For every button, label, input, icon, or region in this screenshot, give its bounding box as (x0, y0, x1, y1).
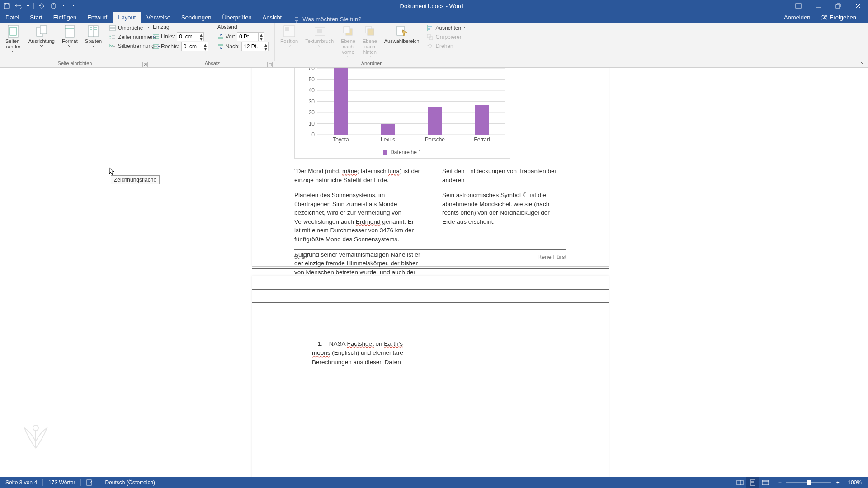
selection-pane-button[interactable]: Auswahlbereich (382, 24, 422, 45)
bulb-icon (293, 16, 300, 23)
text-run: "Der Mond (mhd. (294, 168, 342, 174)
tab-review[interactable]: Überprüfen (217, 12, 257, 23)
view-print-layout-button[interactable] (746, 477, 759, 488)
tab-home[interactable]: Start (24, 12, 47, 23)
view-web-layout-button[interactable] (759, 477, 772, 488)
page-footer[interactable]: S. 1 Rene Fürst (294, 249, 566, 261)
hyphenation-label: Silbentrennung (118, 43, 155, 49)
tab-references[interactable]: Verweise (141, 12, 176, 23)
tab-layout[interactable]: Layout (113, 12, 141, 23)
zoom-out-button[interactable]: − (776, 479, 783, 486)
paragraph[interactable]: Planeten des Sonnensystems, im übertrage… (294, 191, 421, 244)
chart-legend: Datenreihe 1 (295, 149, 510, 155)
chart-bar[interactable] (334, 68, 348, 135)
document-page-1[interactable]: 01020304050607080 ToyotaLexusPorscheFerr… (252, 68, 609, 267)
qat-touch-dropdown[interactable] (61, 5, 65, 7)
spellcheck-word[interactable]: moons (312, 349, 330, 356)
margins-button[interactable]: Seiten- ränder (3, 24, 24, 54)
chart-y-tick-label: 30 (295, 99, 315, 105)
paragraph[interactable]: "Der Mond (mhd. mâne; lateinisch luna) i… (294, 167, 421, 184)
orientation-button[interactable]: Ausrichtung (26, 24, 57, 48)
indent-left-spinbox[interactable]: ▴▾ (177, 32, 204, 41)
tell-me-container[interactable] (293, 16, 402, 23)
indent-right-spinbox[interactable]: ▴▾ (181, 42, 208, 51)
align-button[interactable]: Ausrichten (425, 24, 470, 32)
status-page[interactable]: Seite 3 von 4 (0, 479, 42, 486)
sign-in-button[interactable]: Anmelden (780, 12, 814, 23)
collapse-ribbon-button[interactable] (858, 60, 864, 66)
paragraph-launcher[interactable] (267, 62, 273, 67)
spacing-before-input[interactable] (237, 33, 258, 40)
spellcheck-word[interactable]: Earth's (384, 340, 403, 347)
spellcheck-word[interactable]: luna (388, 168, 400, 174)
document-page-2[interactable]: 1. NASA Factsheet on Earth's moons (Engl… (252, 276, 609, 477)
indent-left-input[interactable] (177, 33, 198, 40)
tab-view[interactable]: Ansicht (257, 12, 288, 23)
chart-bar[interactable] (381, 124, 395, 135)
view-read-mode-button[interactable] (734, 477, 746, 488)
spacing-after-input[interactable] (242, 43, 263, 50)
svg-rect-7 (836, 5, 840, 8)
size-button[interactable]: Format (59, 24, 80, 48)
list-item[interactable]: 1. NASA Factsheet on Earth's moons (Engl… (312, 339, 420, 367)
spacing-after-spinbox[interactable]: ▴▾ (241, 42, 269, 51)
qat-undo-dropdown[interactable] (26, 5, 30, 7)
tell-me-input[interactable] (302, 16, 402, 23)
rotate-button: Drehen (425, 42, 470, 50)
svg-rect-56 (428, 26, 432, 27)
qat-customize-dropdown[interactable] (71, 5, 75, 7)
spin-down[interactable]: ▾ (258, 37, 264, 41)
spin-down[interactable]: ▾ (203, 47, 208, 51)
chart-plot-area[interactable] (317, 68, 505, 135)
status-language[interactable]: Deutsch (Österreich) (99, 479, 160, 486)
group-title-paragraph: Absatz (150, 61, 274, 68)
tab-mailings[interactable]: Sendungen (176, 12, 217, 23)
qat-save-button[interactable] (3, 2, 11, 10)
page-setup-launcher[interactable] (142, 62, 148, 67)
indent-right-input[interactable] (182, 43, 203, 50)
ribbon-display-options-button[interactable] (788, 0, 808, 12)
bring-forward-button: Ebene nach vorne (338, 24, 358, 59)
zoom-slider-thumb[interactable] (807, 480, 811, 485)
spacing-before-spinbox[interactable]: ▴▾ (237, 32, 264, 41)
share-button[interactable]: Freigeben (817, 12, 860, 23)
numbered-list[interactable]: 1. NASA Factsheet on Earth's moons (Engl… (312, 339, 420, 367)
indent-right-icon (153, 43, 159, 50)
position-button: Position (278, 24, 301, 48)
paragraph[interactable]: Seit den Entdeckungen von Trabanten bei … (442, 167, 557, 184)
paragraph[interactable]: Sein astronomisches Symbol ☾ ist die abn… (442, 191, 557, 226)
chart-bar[interactable] (428, 107, 442, 135)
text-wrap-button: Textumbruch (302, 24, 336, 48)
tab-design[interactable]: Entwurf (82, 12, 113, 23)
svg-rect-27 (110, 25, 115, 28)
text-run: NASA (329, 340, 347, 347)
document-canvas[interactable]: Zeichnungsfläche 01020304050607080 Toyot… (0, 68, 868, 477)
window-minimize-button[interactable] (808, 0, 828, 12)
margins-label: Seiten- ränder (5, 38, 21, 49)
window-restore-button[interactable] (828, 0, 848, 12)
chart-frame[interactable]: 01020304050607080 ToyotaLexusPorscheFerr… (294, 68, 510, 159)
zoom-in-button[interactable]: + (834, 479, 841, 486)
qat-undo-button[interactable] (14, 2, 23, 10)
send-backward-label: Ebene nach hinten (363, 38, 377, 55)
tab-file[interactable]: Datei (0, 12, 24, 23)
spellcheck-word[interactable]: mâne (342, 168, 358, 174)
tab-insert[interactable]: Einfügen (48, 12, 82, 23)
qat-touch-mouse-button[interactable] (49, 2, 57, 10)
window-close-button[interactable] (848, 0, 868, 12)
spin-down[interactable]: ▾ (198, 37, 203, 41)
svg-point-14 (825, 15, 827, 17)
chart-category-label: Lexus (381, 136, 395, 143)
svg-rect-19 (65, 25, 74, 37)
zoom-level[interactable]: 100% (844, 479, 863, 486)
qat-redo-button[interactable] (38, 2, 46, 10)
status-proofing-button[interactable] (81, 479, 99, 486)
spellcheck-word[interactable]: Factsheet (347, 340, 374, 347)
status-word-count[interactable]: 173 Wörter (43, 479, 80, 486)
chevron-down-icon (456, 45, 460, 47)
zoom-slider[interactable] (786, 482, 831, 483)
spin-down[interactable]: ▾ (263, 47, 268, 51)
spellcheck-word[interactable]: Erdmond (356, 218, 381, 225)
columns-button[interactable]: Spalten (82, 24, 104, 48)
chart-bar[interactable] (475, 105, 489, 135)
